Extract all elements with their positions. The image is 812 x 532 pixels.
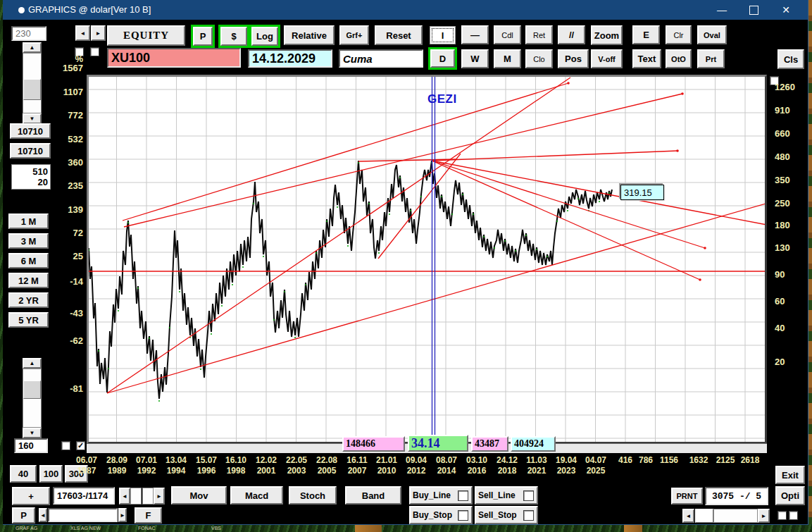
relative-button[interactable]: Relative bbox=[284, 25, 335, 45]
equity-button[interactable]: EQUITY bbox=[107, 25, 185, 46]
reset-button[interactable]: Reset bbox=[375, 25, 423, 45]
log-button[interactable]: Log bbox=[251, 27, 278, 46]
bars-40-button[interactable]: 40 bbox=[10, 465, 37, 483]
desktop-icon-label[interactable]: VBS bbox=[211, 526, 221, 531]
desktop-icon-label[interactable]: XLS AG NEW bbox=[70, 526, 101, 531]
checkbox-br-2[interactable] bbox=[789, 511, 798, 520]
scrollbar-thumb[interactable] bbox=[695, 509, 713, 523]
scroll-down-button[interactable]: ▼ bbox=[23, 113, 42, 124]
monthly-button[interactable]: M bbox=[494, 49, 521, 68]
scroll-right-button[interactable]: ► bbox=[758, 509, 770, 523]
scrollbar-track[interactable] bbox=[713, 509, 758, 523]
desktop-icon-label[interactable]: GRAF AG bbox=[15, 526, 37, 531]
period-3m-button[interactable]: 3 M bbox=[8, 233, 49, 249]
spin-right-button[interactable]: ► bbox=[91, 25, 106, 41]
buy-stop-toggle[interactable]: Buy_Stop bbox=[409, 506, 473, 524]
checkbox-plot-bl-2[interactable]: ✓ bbox=[76, 441, 85, 450]
p2-button[interactable]: P bbox=[12, 507, 35, 524]
plus-button[interactable]: + bbox=[12, 487, 50, 505]
range-right-button[interactable]: ► bbox=[154, 488, 165, 505]
desktop-icon-label[interactable]: FONAC bbox=[138, 526, 156, 531]
oval-button[interactable]: Oval bbox=[697, 25, 727, 44]
parallel-button[interactable]: // bbox=[558, 25, 585, 44]
bar-count-input[interactable]: 230 bbox=[11, 26, 46, 41]
checkbox-br-1[interactable] bbox=[777, 511, 787, 520]
period-12m-button[interactable]: 12 M bbox=[8, 273, 49, 288]
left-axis-tick-label: -62 bbox=[59, 335, 83, 346]
minimize-button[interactable]: — bbox=[706, 0, 737, 20]
period-1m-button[interactable]: 1 M bbox=[8, 214, 49, 229]
scroll-up-button[interactable]: ▲ bbox=[23, 358, 42, 369]
text-button[interactable]: Text bbox=[632, 49, 661, 68]
weekday-field[interactable]: Cuma bbox=[339, 49, 423, 68]
band-button[interactable]: Band bbox=[345, 486, 401, 505]
daily-button[interactable]: D bbox=[430, 49, 455, 68]
checkbox-plot-bl-1[interactable] bbox=[61, 441, 70, 450]
buy-stop-toggle-checkbox[interactable] bbox=[458, 510, 468, 521]
maximize-button[interactable] bbox=[738, 0, 769, 20]
zoom-button[interactable]: Zoom bbox=[591, 25, 623, 45]
opti-button[interactable]: Opti bbox=[775, 486, 805, 505]
scroll-down-button[interactable]: ▼ bbox=[23, 428, 42, 438]
exit-button[interactable]: Exit bbox=[775, 466, 805, 484]
print-chart-button[interactable]: Prt bbox=[697, 49, 725, 68]
prnt-button[interactable]: PRNT bbox=[671, 488, 703, 505]
sell-line-toggle[interactable]: Sell_Line bbox=[475, 486, 538, 505]
range-left-button[interactable]: ◄ bbox=[119, 488, 130, 505]
sell-stop-toggle[interactable]: Sell_Stop bbox=[475, 506, 538, 524]
count-field[interactable]: 3075 -/ 5 bbox=[705, 487, 768, 505]
period-2yr-button[interactable]: 2 YR bbox=[8, 292, 49, 308]
close-price-button[interactable]: Clo bbox=[525, 49, 553, 68]
scroll-up-button[interactable]: ▲ bbox=[23, 42, 42, 53]
p-slider-field[interactable] bbox=[48, 508, 118, 522]
x-axis-year-label: 2001 bbox=[257, 466, 276, 476]
grf-plus-button[interactable]: Grf+ bbox=[339, 25, 369, 45]
cls-button[interactable]: Cls bbox=[777, 49, 804, 69]
clear-button[interactable]: Clr bbox=[666, 25, 692, 44]
price-chart[interactable] bbox=[89, 77, 765, 442]
checkbox-top-2[interactable] bbox=[90, 47, 99, 56]
cursor-i-button[interactable]: I bbox=[430, 26, 456, 44]
p-right-button[interactable]: ► bbox=[118, 508, 127, 522]
f-button[interactable]: F bbox=[135, 507, 162, 524]
date-field[interactable]: 14.12.2029 bbox=[248, 49, 332, 68]
range-segment[interactable] bbox=[130, 488, 142, 505]
range-field[interactable]: 17603-/1174 bbox=[53, 487, 115, 505]
value-button-2[interactable]: 10710 bbox=[10, 143, 51, 159]
mov-button[interactable]: Mov bbox=[171, 486, 227, 505]
candle-button[interactable]: Cdl bbox=[494, 25, 521, 44]
value-box-green: 34.14 bbox=[408, 435, 468, 452]
period-6m-button[interactable]: 6 M bbox=[8, 253, 49, 268]
pos-button[interactable]: Pos bbox=[558, 49, 589, 68]
v-off-button[interactable]: V-off bbox=[591, 49, 623, 68]
symbol-field[interactable]: XU100 bbox=[107, 48, 241, 68]
e-button[interactable]: E bbox=[632, 25, 660, 44]
value-button-1[interactable]: 10710 bbox=[10, 123, 51, 139]
range-segment[interactable] bbox=[142, 488, 154, 505]
p-button[interactable]: P bbox=[193, 27, 213, 46]
level-box[interactable]: 510 20 bbox=[11, 164, 51, 190]
right-axis-tick-label: 480 bbox=[775, 151, 803, 162]
oto-button[interactable]: OtO bbox=[666, 49, 692, 68]
buy-line-toggle-checkbox[interactable] bbox=[458, 490, 468, 501]
sell-stop-toggle-checkbox[interactable] bbox=[523, 510, 534, 521]
x-axis-year-label: 1992 bbox=[137, 466, 156, 476]
spin-left-button[interactable]: ◄ bbox=[75, 25, 90, 41]
scroll-left-button[interactable]: ◄ bbox=[682, 509, 694, 523]
stoch-button[interactable]: Stoch bbox=[289, 486, 337, 505]
sell-line-toggle-checkbox[interactable] bbox=[523, 490, 534, 501]
close-button[interactable]: ✕ bbox=[770, 0, 801, 20]
p-left-button[interactable]: ◄ bbox=[39, 508, 47, 522]
bars-100-button[interactable]: 100 bbox=[39, 465, 63, 483]
scale-input[interactable]: 160 bbox=[14, 438, 48, 453]
period-5yr-button[interactable]: 5 YR bbox=[8, 312, 49, 328]
retracement-button[interactable]: Ret bbox=[525, 25, 553, 44]
weekly-button[interactable]: W bbox=[461, 49, 489, 68]
dollar-button[interactable]: $ bbox=[220, 27, 247, 46]
right-arrow-icon: ► bbox=[761, 513, 767, 519]
trendline-button[interactable]: — bbox=[461, 25, 489, 44]
scrollbar-thumb[interactable] bbox=[23, 79, 41, 100]
scrollbar-thumb[interactable] bbox=[23, 381, 41, 399]
buy-line-toggle[interactable]: Buy_Line bbox=[409, 486, 473, 505]
macd-button[interactable]: Macd bbox=[230, 486, 283, 505]
